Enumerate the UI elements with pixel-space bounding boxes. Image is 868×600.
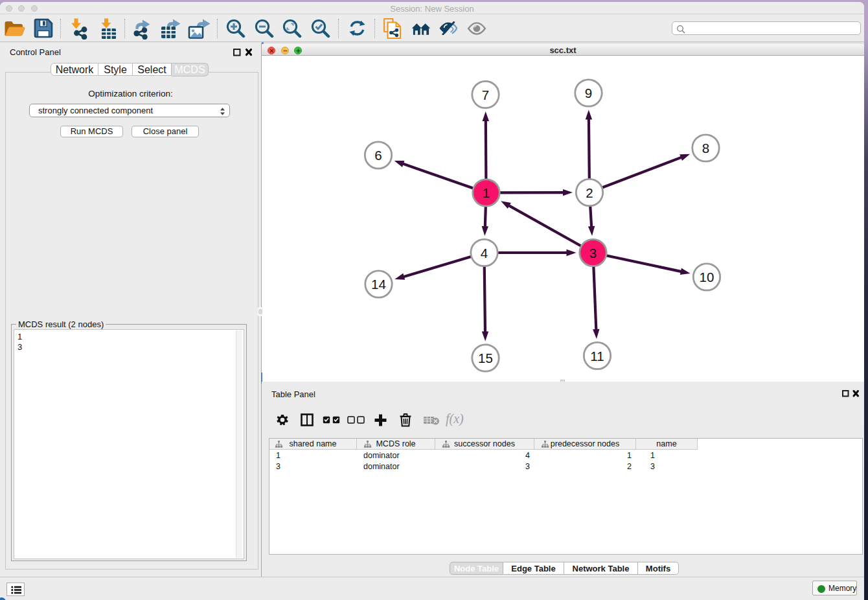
svg-text:14: 14 — [371, 277, 386, 292]
svg-text:4: 4 — [481, 246, 488, 260]
svg-text:2: 2 — [586, 185, 593, 200]
svg-text:6: 6 — [374, 148, 382, 163]
svg-text:3: 3 — [589, 246, 597, 260]
svg-text:8: 8 — [702, 141, 709, 156]
svg-text:1: 1 — [483, 185, 490, 200]
svg-text:10: 10 — [700, 270, 714, 284]
svg-text:11: 11 — [590, 349, 604, 363]
svg-text:15: 15 — [478, 351, 493, 365]
svg-text:9: 9 — [585, 86, 592, 100]
svg-text:7: 7 — [482, 87, 489, 102]
